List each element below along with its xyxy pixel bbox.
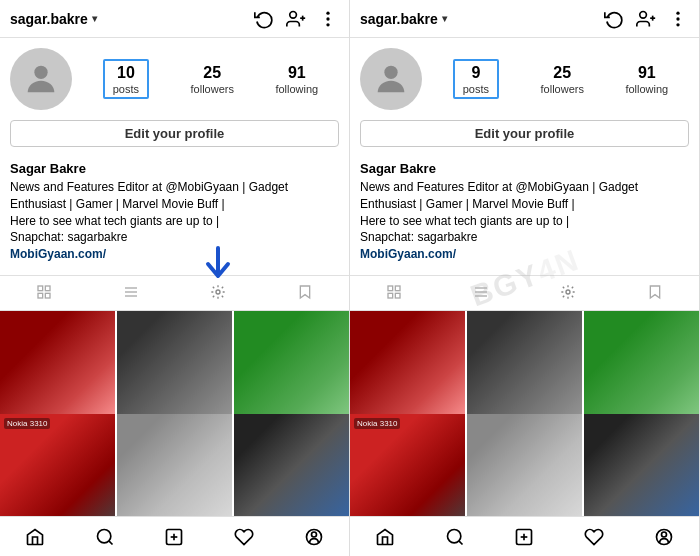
- followers-label-left: followers: [191, 83, 234, 95]
- nav-heart-right[interactable]: [559, 517, 629, 556]
- tab-list-right[interactable]: [437, 276, 524, 310]
- bio-text-right: News and Features Editor at @MobiGyaan |…: [360, 179, 689, 263]
- bio-link-left[interactable]: MobiGyaan.com/: [10, 246, 339, 263]
- nav-add-left[interactable]: [140, 517, 210, 556]
- username-left: sagar.bakre: [10, 11, 88, 27]
- add-person-icon-right[interactable]: [635, 8, 657, 30]
- edit-profile-button-left[interactable]: Edit your profile: [10, 120, 339, 147]
- following-stat-left[interactable]: 91 following: [275, 63, 318, 94]
- bio-line-4-left: Snapchat: sagarbakre: [10, 229, 339, 246]
- nokia-label-4: Nokia 3310: [4, 418, 50, 429]
- top-bar-actions-right: [603, 8, 689, 30]
- tab-grid-right[interactable]: [350, 276, 437, 310]
- following-label-right: following: [625, 83, 668, 95]
- svg-point-24: [640, 11, 647, 18]
- photo-cell-left-5[interactable]: [117, 414, 232, 516]
- svg-line-41: [459, 540, 463, 544]
- tab-bar-left: [0, 275, 349, 311]
- bottom-nav-left: [0, 516, 349, 556]
- followers-stat-right[interactable]: 25 followers: [541, 63, 584, 94]
- svg-point-14: [216, 290, 220, 294]
- nav-home-left[interactable]: [0, 517, 70, 556]
- tab-tag-right[interactable]: [525, 276, 612, 310]
- profile-row-left: 10 posts 25 followers 91 following: [10, 48, 339, 110]
- photo-cell-right-4[interactable]: Nokia 3310: [350, 414, 465, 516]
- svg-marker-39: [651, 286, 660, 298]
- bio-link-right[interactable]: MobiGyaan.com/: [360, 246, 689, 263]
- followers-label-right: followers: [541, 83, 584, 95]
- photo-cell-left-2[interactable]: [117, 311, 232, 426]
- photo-cell-right-6[interactable]: [584, 414, 699, 516]
- profile-row-right: 9 posts 25 followers 91 following: [360, 48, 689, 110]
- photo-cell-left-4[interactable]: Nokia 3310: [0, 414, 115, 516]
- tab-bar-right: [350, 275, 699, 311]
- photo-cell-left-6[interactable]: [234, 414, 349, 516]
- nav-search-left[interactable]: [70, 517, 140, 556]
- nav-heart-left[interactable]: [209, 517, 279, 556]
- edit-profile-button-right[interactable]: Edit your profile: [360, 120, 689, 147]
- nav-profile-right[interactable]: [629, 517, 699, 556]
- svg-rect-9: [38, 293, 43, 298]
- profile-section-right: 9 posts 25 followers 91 following Edit y…: [350, 38, 699, 161]
- photo-cell-left-1[interactable]: [0, 311, 115, 426]
- photo-cell-right-2[interactable]: [467, 311, 582, 426]
- add-person-icon[interactable]: [285, 8, 307, 30]
- chevron-left: ▾: [92, 13, 97, 24]
- svg-point-17: [97, 529, 110, 542]
- history-icon-right[interactable]: [603, 8, 625, 30]
- arrow-indicator: [204, 246, 232, 286]
- photo-cell-right-1[interactable]: [350, 311, 465, 426]
- svg-rect-34: [395, 293, 400, 298]
- svg-rect-32: [395, 286, 400, 291]
- left-panel: sagar.bakre ▾: [0, 0, 350, 556]
- svg-point-40: [447, 529, 460, 542]
- followers-stat-left[interactable]: 25 followers: [191, 63, 234, 94]
- right-panel: sagar.bakre ▾: [350, 0, 700, 556]
- svg-point-46: [662, 532, 667, 537]
- username-area-right[interactable]: sagar.bakre ▾: [360, 11, 447, 27]
- bottom-nav-right: [350, 516, 699, 556]
- photo-cell-right-5[interactable]: [467, 414, 582, 516]
- svg-point-4: [326, 17, 329, 20]
- tab-bookmark-left[interactable]: [262, 276, 349, 310]
- bio-name-left: Sagar Bakre: [10, 161, 339, 176]
- svg-point-27: [676, 11, 679, 14]
- svg-point-23: [312, 532, 317, 537]
- nav-home-right[interactable]: [350, 517, 420, 556]
- avatar-left: [10, 48, 72, 110]
- top-bar-left: sagar.bakre ▾: [0, 0, 349, 38]
- username-right: sagar.bakre: [360, 11, 438, 27]
- following-stat-right[interactable]: 91 following: [625, 63, 668, 94]
- more-icon-right[interactable]: [667, 8, 689, 30]
- posts-label-left: posts: [113, 83, 139, 95]
- bio-name-right: Sagar Bakre: [360, 161, 689, 176]
- tab-tag-left[interactable]: [175, 276, 262, 310]
- svg-point-30: [384, 66, 397, 79]
- photo-cell-left-3[interactable]: [234, 311, 349, 426]
- posts-stat-left[interactable]: 10 posts: [103, 59, 149, 98]
- posts-stat-right[interactable]: 9 posts: [453, 59, 499, 98]
- tab-bookmark-right[interactable]: [612, 276, 699, 310]
- nav-profile-left[interactable]: [279, 517, 349, 556]
- bio-line-3-left: Here to see what tech giants are up to |: [10, 213, 339, 230]
- bio-line-2-left: Enthusiast | Gamer | Marvel Movie Buff |: [10, 196, 339, 213]
- stats-right: 9 posts 25 followers 91 following: [432, 59, 689, 98]
- more-icon[interactable]: [317, 8, 339, 30]
- posts-label-right: posts: [463, 83, 489, 95]
- bio-section-right: Sagar Bakre News and Features Editor at …: [350, 161, 699, 269]
- bio-line-1-left: News and Features Editor at @MobiGyaan |…: [10, 179, 339, 196]
- nokia-label-right-4: Nokia 3310: [354, 418, 400, 429]
- tab-list-left[interactable]: [87, 276, 174, 310]
- bio-line-3-right: Here to see what tech giants are up to |: [360, 213, 689, 230]
- photo-cell-right-3[interactable]: [584, 311, 699, 426]
- svg-rect-8: [45, 286, 50, 291]
- nav-add-right[interactable]: [490, 517, 560, 556]
- svg-rect-10: [45, 293, 50, 298]
- following-label-left: following: [275, 83, 318, 95]
- tab-grid-left[interactable]: [0, 276, 87, 310]
- profile-section-left: 10 posts 25 followers 91 following Edit …: [0, 38, 349, 161]
- svg-point-29: [676, 23, 679, 26]
- username-area-left[interactable]: sagar.bakre ▾: [10, 11, 97, 27]
- nav-search-right[interactable]: [420, 517, 490, 556]
- history-icon[interactable]: [253, 8, 275, 30]
